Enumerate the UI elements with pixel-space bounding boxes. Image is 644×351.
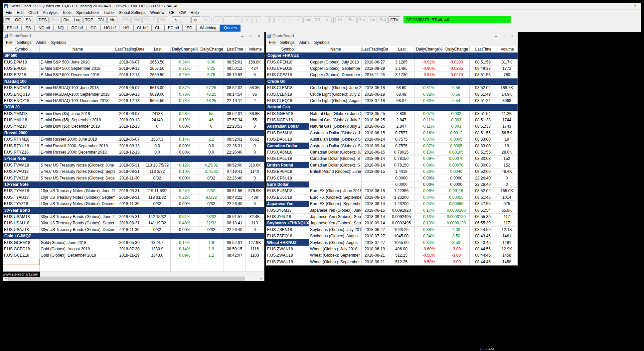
daily-change-cell[interactable]: 46 [199,117,224,123]
group-row[interactable]: Nasdaq 100 [3,78,264,85]
last-trading-date-cell[interactable]: 2018-06-15 [362,188,388,194]
symbol-cell[interactable]: F.US.CPEN18 [266,59,309,65]
quote-row[interactable]: Japanese YenEuro FX (Globex): Septembe20… [266,201,518,207]
menu-spreadsheet[interactable]: Spreadsheet [74,10,101,15]
daily-change-pct-cell[interactable]: 0.14% [171,239,199,246]
symbol-cell[interactable]: F.US.FVAM18 [3,162,40,169]
daily-change-cell[interactable]: 0.0000120 [443,220,470,226]
last-trading-date-cell[interactable]: 2018-06-25 [362,123,388,130]
quote-row[interactable]: British PoundCanadian Dollar (Globex): S… [266,162,518,169]
quote-row[interactable]: F.US.USAU1830yr US Treasury Bonds (Globe… [3,220,264,226]
alert-button[interactable]: Alrt [107,16,117,23]
last-time-cell[interactable]: 08:51:33 [470,123,496,130]
last-trading-date-cell[interactable]: 2018-07-30 [115,246,144,252]
quote-row[interactable]: F.US.DA6U18Australian Dollar (Globex): S… [266,136,518,143]
scroll-right-icon[interactable]: ► [259,276,264,281]
name-cell[interactable] [309,175,362,181]
column-header-lasttime[interactable]: LastTime [224,46,245,53]
last-cell[interactable]: 0.0 [144,143,171,149]
symbol-cell[interactable]: F.US.ENQZ18 [3,98,40,104]
last-time-cell[interactable]: 08:51:55 [470,149,496,156]
last-cell[interactable]: 6613.00 [144,85,171,91]
symbol-cell[interactable]: F.US.DA6M18 [266,130,309,136]
daily-change-pct-cell[interactable]: -0.90% [415,65,443,72]
menu-analysis[interactable]: Analysis [40,10,60,15]
fs-button[interactable]: FS [3,16,12,23]
volume-cell[interactable]: 1744 [496,117,518,123]
volume-cell[interactable]: 576.9K [245,188,264,194]
name-cell[interactable]: Gold (Globex): June 2018 [40,239,115,246]
name-cell[interactable]: E-Mini S&P 500: June 2018 [40,59,115,65]
last-time-cell[interactable]: 22:26:40 [224,201,245,207]
last-cell[interactable]: 0.0000 [388,181,415,188]
volume-cell[interactable]: 82.4K [245,214,264,220]
daily-change-pct-cell[interactable]: 0.00% [171,149,199,156]
column-header-dailychange[interactable]: DailyChange% [415,46,443,53]
last-trading-date-cell[interactable]: 2018-08-21 [362,259,388,265]
daily-change-cell[interactable]: 22/32 [199,220,224,226]
quote-row[interactable]: F.US.CLEQ18Crude Light (Globex): Augus20… [266,98,518,104]
last-cell[interactable]: 496.00 [388,246,415,252]
symbol-cell[interactable]: F.US.GCEM18 [3,239,40,246]
last-cell[interactable]: 0/32 [144,227,171,233]
disconnect-button[interactable]: Dis [61,16,71,23]
last-cell[interactable]: 1045.00 [388,239,415,246]
last-trading-date-cell[interactable]: 2018-05-31 [115,162,144,169]
column-header-dailychange[interactable]: DailyChange [443,46,470,53]
last-cell[interactable]: 512.25 [388,252,415,259]
symbol-cell[interactable]: F.US.YMU18 [3,117,40,123]
maximize-button[interactable]: □ [500,33,508,39]
volume-cell[interactable]: 1103 [245,252,264,259]
daily-change-pct-cell[interactable]: 0.14% [171,136,199,143]
daily-change-pct-cell[interactable]: 0.00% [171,175,199,181]
quote-row[interactable]: F.US.TYAZ1810yr US Treasury Notes (Globe… [3,201,264,207]
volume-cell[interactable]: 0 [245,175,264,181]
last-time-cell[interactable]: 07:57:34 [224,117,245,123]
volume-cell[interactable]: 1014 [496,194,518,201]
daily-change-cell[interactable]: 48.25 [199,91,224,97]
maximize-button[interactable]: □ [246,33,255,39]
last-time-cell[interactable]: 08:50:15 [224,246,245,252]
volume-cell[interactable]: 6662 [245,136,264,143]
close-button[interactable]: × [255,33,263,39]
name-cell[interactable]: Gold (Globex): August 2018 [40,246,115,252]
last-cell[interactable]: 0.78150 [388,162,415,169]
last-cell[interactable]: 3.1485 [388,65,415,72]
quote-row[interactable]: F.US.CLEM18Crude Light (Globex): June 22… [266,85,518,91]
daily-change-cell[interactable]: 0.00055 [443,194,470,201]
name-cell[interactable]: E-mini Dow ($5): September 2018 [40,117,115,123]
daily-change-cell[interactable]: 0/32 [199,227,224,233]
volume-cell[interactable]: 3968 [496,98,518,104]
last-cell[interactable]: 3.1285 [388,59,415,65]
daily-change-pct-cell[interactable]: 0.73% [171,98,199,104]
daily-change-cell[interactable]: 9.00 [199,59,224,65]
daily-change-pct-cell[interactable]: 0.07% [415,143,443,149]
sa-button[interactable]: SA [24,16,33,23]
symbol-cell[interactable]: F.US.EU6U18 [266,194,309,201]
daily-change-pct-cell[interactable]: 0.33% [415,169,443,175]
volume-cell[interactable]: 65.8K [496,207,518,213]
menu-alerts[interactable]: Alerts [34,40,49,45]
symbol-cell[interactable]: Wheat +HKNUZ [266,239,309,246]
quote-row[interactable]: Wheat +HKNUZSoybeans (Globex): August201… [266,239,518,246]
volume-cell[interactable]: 188.7K [496,85,518,91]
volume-cell[interactable]: 127.9K [245,239,264,246]
last-time-cell[interactable]: 08:51:33 [470,117,496,123]
daily-change-pct-cell[interactable]: 0.80% [415,98,443,104]
volume-cell[interactable]: 1743 [496,123,518,130]
daily-change-pct-cell[interactable]: 0.11% [415,117,443,123]
daily-change-pct-cell[interactable]: 0.13% [415,149,443,156]
last-cell[interactable]: 6629.00 [144,91,171,97]
volume-cell[interactable]: 19 [496,143,518,149]
column-header-lasttradingdate[interactable]: LastTradingDate [115,46,144,53]
last-cell[interactable]: 2653.50 [144,59,171,65]
last-cell[interactable]: 2657.50 [144,65,171,72]
top-button[interactable]: TOP [83,16,95,23]
group-row[interactable]: 30-Year Bond [3,207,264,213]
symbol-cell[interactable]: F.US.CLEM18 [266,85,309,91]
volume-cell[interactable]: 55 [245,117,264,123]
quote-row[interactable]: F.US.CPEU18Copper (Globex): Septembe2018… [266,65,518,72]
quote-row[interactable]: F.US.RTYZ18E-mini Russell 2000: December… [3,149,264,156]
last-cell[interactable]: 1330.9 [144,246,171,252]
symbol-cell[interactable]: F.US.EPU18 [3,65,40,72]
